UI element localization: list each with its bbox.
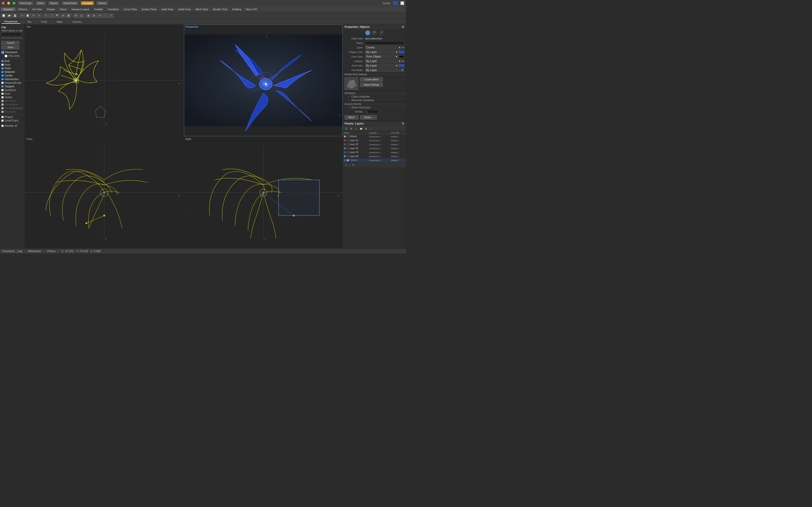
snap-one-shot-radio[interactable] (5, 55, 7, 57)
material-props-icon[interactable] (372, 30, 377, 35)
history-btn[interactable]: History (97, 1, 108, 5)
snap-on-mesh[interactable]: On mesh (1, 110, 23, 113)
cut-btn[interactable]: ✂ (19, 13, 25, 18)
done-button[interactable]: Done (1, 46, 19, 49)
snap-persistent-radio[interactable] (1, 51, 4, 54)
copy-btn[interactable]: 📋 (25, 13, 30, 18)
minimize-window-btn[interactable] (7, 2, 10, 5)
layer-visible-btn[interactable] (347, 151, 349, 154)
menu-set-view[interactable]: Set View (30, 7, 44, 11)
menu-surface-tools[interactable]: Surface Tools (139, 7, 159, 11)
name-input[interactable] (365, 41, 404, 45)
viewport-front[interactable]: Front x z (25, 137, 184, 248)
snap-point-cb[interactable] (1, 67, 4, 69)
object-props-icon[interactable] (365, 30, 370, 35)
layers-delete-btn[interactable]: 🗑 (364, 126, 368, 130)
layer-row[interactable]: Layer 02 Continuous ◇ Default ◇ (343, 143, 406, 147)
layer-visible-btn[interactable] (347, 155, 349, 157)
tab-right[interactable]: Right (54, 20, 65, 23)
menu-curve-tools[interactable]: Curve Tools (121, 7, 139, 11)
linetype-dropdown[interactable]: By Layer ▾ (365, 59, 401, 63)
snap-project-cb[interactable] (1, 116, 4, 118)
tab-layouts[interactable]: Layouts... (69, 20, 86, 23)
layer-row[interactable]: Layer 05 Continuous ◇ Default ◇ (343, 154, 406, 159)
new-file-btn[interactable]: 📄 (1, 13, 6, 18)
zoom-all-btn[interactable]: ⊕ (60, 13, 66, 18)
match-btn[interactable]: Match (345, 115, 358, 119)
snap-knot[interactable]: Knot (1, 92, 23, 95)
viewport-front-canvas[interactable]: x z (25, 137, 183, 248)
layer-visible-btn[interactable] (347, 139, 349, 142)
snap-on-curve-cb[interactable] (1, 100, 4, 102)
units-display[interactable]: Millimeters (28, 250, 41, 253)
layers-list-btn[interactable]: ☰ (344, 126, 348, 130)
menu-display[interactable]: Display (44, 7, 57, 11)
display-color-swatch[interactable] (399, 51, 404, 53)
menu-cplanes[interactable]: CPlanes (16, 7, 30, 11)
snap-one-shot[interactable]: One shot (1, 54, 23, 57)
snap-intersection[interactable]: Intersection (1, 78, 23, 81)
layer-color-indicator[interactable] (344, 143, 346, 146)
viewport-top-canvas[interactable]: x y (25, 25, 183, 136)
material-btn[interactable]: ◈ (91, 13, 97, 18)
properties-settings-btn[interactable]: ⚙ (402, 25, 404, 29)
layout-4vp-btn[interactable]: ⊞ (73, 13, 79, 18)
viewport-perspective[interactable]: Perspective (184, 24, 343, 136)
snap-midpoint-cb[interactable] (1, 71, 4, 73)
layers-options-btn[interactable]: ⚙ (352, 164, 355, 166)
cancel-button[interactable]: Cancel (1, 41, 19, 45)
snap-on-polysurface[interactable]: On polysurface (1, 107, 23, 110)
face-color-dropdown[interactable]: From Object ▾ (365, 55, 398, 58)
paste-btn[interactable]: 📌 (31, 13, 36, 18)
menu-select[interactable]: Select (58, 7, 69, 11)
menu-transform[interactable]: Transform (105, 7, 121, 11)
snap-point[interactable]: Point (1, 67, 23, 70)
layer-row[interactable]: Layer 01 Continuous ◇ Default ◇ (343, 138, 406, 143)
layers-panel-btn[interactable]: ⊞ (349, 126, 353, 130)
viewport-right-canvas[interactable]: y z (184, 137, 342, 248)
layers-add-btn[interactable]: + (345, 163, 347, 167)
snap-vertex-cb[interactable] (1, 96, 4, 99)
snap-on-surface-cb[interactable] (1, 103, 4, 106)
save-btn[interactable]: 💾 (12, 13, 18, 18)
snap-smart-track-cb[interactable] (1, 119, 4, 122)
select-btn[interactable]: ↖ (43, 13, 49, 18)
help-btn[interactable]: ? (108, 13, 114, 18)
light-props-icon[interactable] (379, 30, 384, 35)
cplane-display[interactable]: CPlane (47, 250, 55, 253)
layer-dropdown[interactable]: Curves ▾ (365, 46, 401, 49)
snap-on-polysurface-cb[interactable] (1, 107, 4, 109)
undo-btn[interactable]: ↩ (36, 13, 42, 18)
grid-snap-btn[interactable]: Grid Snap (18, 1, 33, 5)
menu-mesh-tools[interactable]: Mesh Tools (193, 7, 210, 11)
snap-midpoint[interactable]: Midpoint (1, 70, 23, 73)
tab-perspective[interactable]: Perspective (2, 20, 20, 24)
adjust-settings-btn[interactable]: Adjust Settings (360, 82, 383, 87)
snap-near[interactable]: Near (1, 63, 23, 66)
layers-settings-btn[interactable]: ⚙ (402, 122, 404, 125)
layers-remove-btn[interactable]: − (348, 163, 351, 167)
custom-mesh-btn[interactable]: Custom Mesh (360, 77, 383, 82)
layer-edit-btn[interactable]: ⊞ (402, 46, 404, 49)
menu-solid-tools[interactable]: Solid Tools (159, 7, 175, 11)
snap-center-cb[interactable] (1, 74, 4, 77)
gumball-btn[interactable]: Gumball (81, 1, 94, 5)
snap-tangent-cb[interactable] (1, 85, 4, 88)
snap-end-cb[interactable] (1, 60, 4, 62)
layer-color-indicator[interactable] (344, 151, 346, 154)
menu-render-tools[interactable]: Render Tools (211, 7, 230, 11)
snap-near-cb[interactable] (1, 64, 4, 66)
menu-viewport-layout[interactable]: Viewport Layout (69, 7, 92, 11)
viewport-top[interactable]: Top x y (25, 24, 184, 136)
menu-visibility[interactable]: Visibility (92, 7, 105, 11)
layer-row[interactable]: Layer 04 Continuous ◇ Default ◇ (343, 151, 406, 155)
display-color-dropdown[interactable]: By Layer ▾ (365, 50, 398, 54)
layer-color-indicator[interactable] (344, 147, 346, 150)
smart-track-btn[interactable]: SmartTrack (62, 1, 78, 5)
snap-quadrant-cb[interactable] (1, 89, 4, 91)
perspective-btn[interactable]: ◱ (79, 13, 84, 18)
layer-visible-btn[interactable] (347, 147, 349, 150)
zoom-window-btn[interactable]: 🔍 (55, 13, 60, 18)
density-input[interactable] (365, 110, 378, 113)
snap-on-surface[interactable]: On surface (1, 103, 23, 106)
